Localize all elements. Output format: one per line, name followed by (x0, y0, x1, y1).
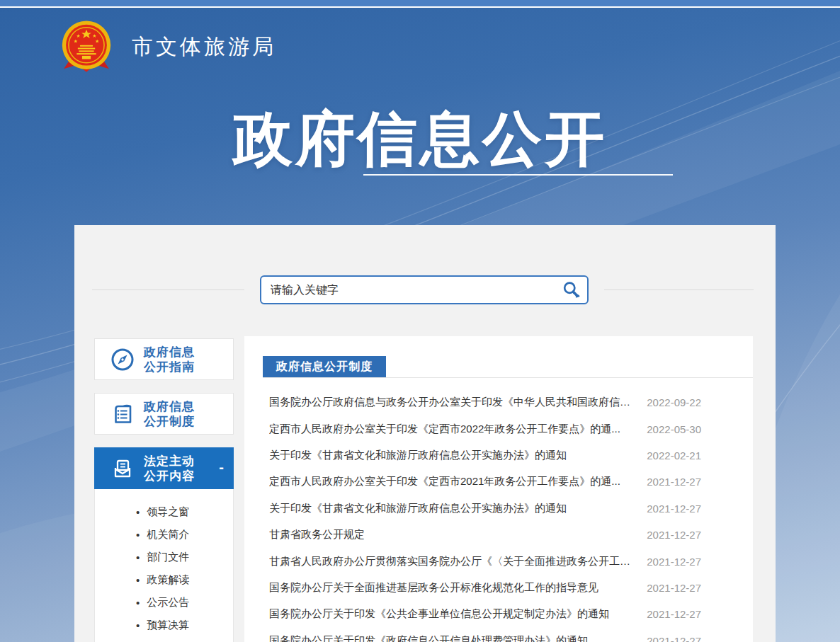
bullet-icon: • (136, 597, 140, 608)
sidebar-nav: 政府信息 公开指南 政府信息 公开制度 (94, 338, 234, 642)
sidebar-item-disclosure-rules[interactable]: 政府信息 公开制度 (94, 393, 234, 435)
book-list-icon (110, 401, 135, 427)
article-row[interactable]: 国务院办公厅关于全面推进基层政务公开标准化规范化工作的指导意见 2021-12-… (244, 575, 753, 601)
article-date: 2022-02-21 (647, 449, 701, 462)
compass-icon (110, 347, 135, 372)
sidebar-sub-item-label: 机关简介 (147, 528, 189, 541)
inbox-mail-icon (110, 456, 135, 481)
sidebar-sub-item[interactable]: • 预算决算 (95, 614, 233, 636)
search-button[interactable] (560, 280, 581, 301)
sidebar-item-label: 政府信息 公开制度 (144, 399, 195, 429)
article-row[interactable]: 国务院办公厅关于印发《政府信息公开信息处理费管理办法》的通知 2021-12-2… (244, 628, 753, 642)
sidebar-sub-item-label: 公示公告 (147, 596, 189, 609)
sidebar-sub-item[interactable]: • 领导之窗 (95, 500, 233, 523)
sidebar-item-label: 法定主动 公开内容 (144, 454, 195, 483)
search-key-icon (562, 280, 581, 299)
article-date: 2021-12-27 (647, 476, 701, 488)
sidebar-sub-item[interactable]: • 机关简介 (95, 523, 233, 546)
article-list: 国务院办公厅政府信息与政务公开办公室关于印发《中华人民共和国政府信息... 20… (244, 389, 753, 642)
article-date: 2022-05-30 (647, 423, 701, 435)
article-title-link[interactable]: 关于印发《甘肃省文化和旅游厅政府信息公开实施办法》的通知 (269, 449, 567, 462)
article-row[interactable]: 关于印发《甘肃省文化和旅游厅政府信息公开实施办法》的通知 2022-02-21 (244, 442, 753, 469)
search-left-divider (92, 290, 244, 290)
search-right-divider (604, 290, 754, 290)
article-row[interactable]: 国务院办公厅政府信息与政务公开办公室关于印发《中华人民共和国政府信息... 20… (244, 389, 753, 415)
article-date: 2021-12-27 (647, 635, 701, 642)
search-box[interactable] (260, 275, 589, 304)
article-date: 2021-12-27 (647, 582, 701, 594)
site-name: 市文体旅游局 (132, 33, 276, 62)
search-input[interactable] (271, 284, 560, 297)
article-title-link[interactable]: 甘肃省政务公开规定 (269, 528, 365, 541)
sidebar-sub-item-label: 部门文件 (147, 551, 189, 564)
national-emblem-logo (59, 20, 113, 74)
article-title-link[interactable]: 甘肃省人民政府办公厅贯彻落实国务院办公厅《〈关于全面推进政务公开工作... (269, 555, 634, 568)
article-date: 2021-12-27 (647, 556, 701, 568)
collapse-minus-icon[interactable]: - (219, 459, 224, 475)
page-title-underline (363, 174, 673, 176)
article-date: 2022-09-22 (647, 396, 701, 408)
bullet-icon: • (136, 507, 140, 517)
sidebar-item-label: 政府信息 公开指南 (144, 345, 195, 374)
article-title-link[interactable]: 关于印发《甘肃省文化和旅游厅政府信息公开实施办法》的通知 (269, 502, 567, 515)
bullet-icon: • (136, 552, 140, 563)
article-date: 2021-12-27 (647, 608, 701, 620)
page-title: 政府信息公开 (0, 99, 840, 180)
article-date: 2021-12-27 (647, 503, 701, 515)
sidebar-sub-item-label: 领导之窗 (147, 505, 189, 519)
article-row[interactable]: 国务院办公厅关于印发《公共企事业单位信息公开规定制定办法》的通知 2021-12… (244, 601, 753, 627)
article-row[interactable]: 定西市人民政府办公室关于印发《定西市2022年政务公开工作要点》的通... 20… (244, 415, 753, 442)
sidebar-item-statutory-disclosure[interactable]: 法定主动 公开内容 - (94, 447, 234, 489)
sidebar-sub-item-label: 政策解读 (147, 573, 189, 587)
section-divider (263, 377, 753, 378)
article-row[interactable]: 甘肃省政务公开规定 2021-12-27 (244, 522, 753, 548)
article-title-link[interactable]: 定西市人民政府办公室关于印发《定西市2021年政务公开工作要点》的通... (269, 475, 620, 488)
article-row[interactable]: 关于印发《甘肃省文化和旅游厅政府信息公开实施办法》的通知 2021-12-27 (244, 495, 753, 522)
article-row[interactable]: 甘肃省人民政府办公厅贯彻落实国务院办公厅《〈关于全面推进政务公开工作... 20… (244, 548, 753, 574)
article-date: 2021-12-27 (647, 529, 701, 541)
article-title-link[interactable]: 定西市人民政府办公室关于印发《定西市2022年政务公开工作要点》的通... (269, 423, 620, 436)
top-white-line (0, 6, 840, 8)
sidebar-sub-item[interactable]: • 公示公告 (95, 591, 233, 614)
article-title-link[interactable]: 国务院办公厅政府信息与政务公开办公室关于印发《中华人民共和国政府信息... (269, 396, 634, 409)
article-row[interactable]: 定西市人民政府办公室关于印发《定西市2021年政务公开工作要点》的通... 20… (244, 469, 753, 495)
sidebar-sub-menu: • 领导之窗 • 机关简介 • 部门文件 • 政策解读 (94, 489, 234, 642)
bullet-icon: • (136, 620, 140, 631)
sidebar-item-disclosure-guide[interactable]: 政府信息 公开指南 (94, 338, 234, 380)
bullet-icon: • (136, 529, 140, 540)
article-title-link[interactable]: 国务院办公厅关于印发《政府信息公开信息处理费管理办法》的通知 (269, 634, 588, 642)
sidebar-sub-item-label: 预算决算 (147, 619, 189, 632)
section-title-tab: 政府信息公开制度 (263, 356, 386, 377)
header-brand[interactable]: 市文体旅游局 (59, 20, 276, 74)
bullet-icon: • (136, 575, 140, 585)
article-title-link[interactable]: 国务院办公厅关于全面推进基层政务公开标准化规范化工作的指导意见 (269, 581, 598, 595)
main-content: 政府信息公开制度 国务院办公厅政府信息与政务公开办公室关于印发《中华人民共和国政… (244, 336, 753, 642)
content-panel: 政府信息 公开指南 政府信息 公开制度 (74, 225, 776, 642)
article-title-link[interactable]: 国务院办公厅关于印发《公共企事业单位信息公开规定制定办法》的通知 (269, 607, 609, 621)
sidebar-sub-item[interactable]: • 部门文件 (95, 546, 233, 568)
top-strip (0, 0, 840, 6)
sidebar-sub-item[interactable]: • 政策解读 (95, 568, 233, 591)
